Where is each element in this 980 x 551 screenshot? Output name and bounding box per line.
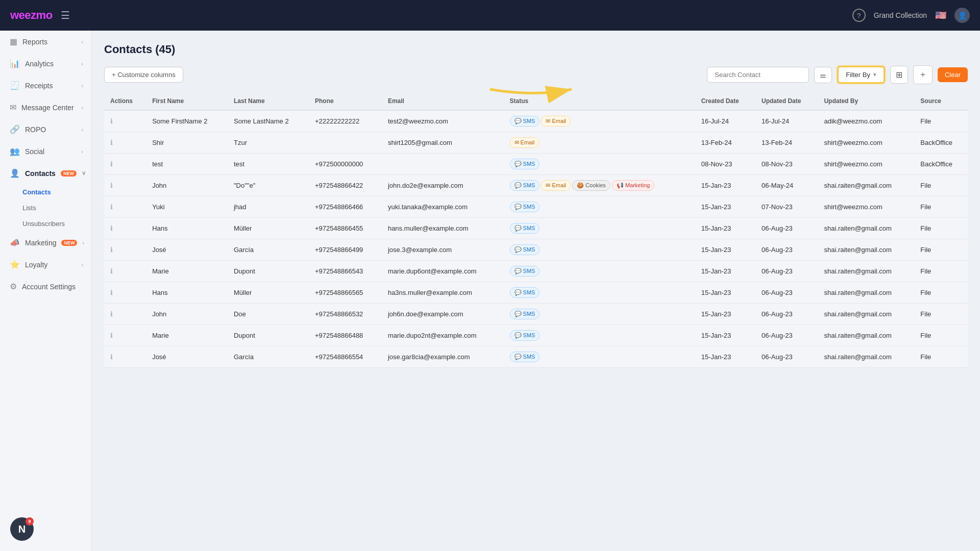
cell-email [382,154,504,175]
cell-source: File [914,261,968,282]
cell-status: 💬 SMS [504,154,695,175]
cell-email: yuki.tanaka@example.com [382,196,504,218]
sidebar-sub-lists[interactable]: Lists [22,200,91,216]
table-row: ℹMarieDupont+972548866488marie.dupo2nt@e… [104,325,968,346]
status-badge-sms: 💬 SMS [510,180,540,191]
search-contact-input[interactable] [707,67,809,83]
filter-lines-icon: ⚌ [820,71,826,79]
info-icon[interactable]: ℹ [110,117,113,125]
cell-source: File [914,196,968,218]
sidebar-item-message-center[interactable]: ✉ Message Center › [0,96,91,118]
cell-updated-by: shai.raiten@gmail.com [818,261,914,282]
cell-actions: ℹ [104,218,146,239]
sidebar-item-receipts[interactable]: 🧾 Receipts › [0,74,91,96]
info-icon[interactable]: ℹ [110,267,113,275]
cell-email: shirt1205@gmail.com [382,132,504,154]
col-updated-date: Updated Date [755,92,818,110]
contacts-submenu: Contacts Lists Unsubscribers [0,184,91,232]
clear-button[interactable]: Clear [938,67,968,82]
cell-actions: ℹ [104,196,146,218]
col-phone: Phone [309,92,382,110]
cell-phone: +972548866466 [309,196,382,218]
info-icon[interactable]: ℹ [110,289,113,296]
cell-updated: 06-Aug-23 [755,325,818,346]
cell-source: File [914,218,968,239]
cell-last-name: jhad [228,196,309,218]
cell-first-name: Yuki [146,196,228,218]
sidebar-label-account-settings: Account Settings [22,283,76,291]
sidebar-label-ropo: ROPO [25,126,46,134]
info-icon[interactable]: ℹ [110,182,113,189]
info-icon[interactable]: ℹ [110,224,113,232]
table-row: ℹJoséGarcía+972548866554jose.gar8cia@exa… [104,346,968,368]
col-source: Source [914,92,968,110]
info-icon[interactable]: ℹ [110,139,113,146]
hamburger-button[interactable]: ☰ [61,9,70,21]
info-icon[interactable]: ℹ [110,203,113,211]
cell-last-name: Müller [228,218,309,239]
status-badge-sms: 💬 SMS [510,309,540,319]
filter-icon-button[interactable]: ⚌ [814,67,832,83]
cell-actions: ℹ [104,175,146,196]
table-row: ℹMarieDupont+972548866543marie.dup6ont@e… [104,261,968,282]
sidebar-label-receipts: Receipts [25,82,53,90]
info-icon[interactable]: ℹ [110,160,113,168]
sidebar-label-contacts: Contacts [25,169,56,178]
cell-phone: +22222222222 [309,110,382,132]
cell-created: 15-Jan-23 [695,196,755,218]
receipts-icon: 🧾 [10,81,20,90]
info-icon[interactable]: ℹ [110,332,113,339]
social-chevron: › [81,148,83,155]
info-icon[interactable]: ℹ [110,310,113,318]
cell-source: File [914,175,968,196]
marketing-chevron: › [82,240,84,246]
help-button[interactable]: ? [852,9,866,22]
social-icon: 👥 [10,146,20,156]
ropo-icon: 🔗 [10,124,20,134]
sidebar-label-social: Social [25,147,44,156]
cell-phone: +972548866543 [309,261,382,282]
cell-status: 💬 SMS [504,218,695,239]
info-icon[interactable]: ℹ [110,353,113,361]
cell-created: 15-Jan-23 [695,346,755,368]
filter-by-chevron-icon: ▾ [873,71,876,78]
info-icon[interactable]: ℹ [110,246,113,254]
cell-email: marie.dup6ont@example.com [382,261,504,282]
notification-widget[interactable]: N 9 [10,517,34,541]
add-contact-button[interactable]: ＋ [913,65,933,84]
sidebar-item-analytics[interactable]: 📊 Analytics › [0,53,91,74]
cell-first-name: Marie [146,325,228,346]
status-badge-sms: 💬 SMS [510,330,540,341]
cell-updated: 06-Aug-23 [755,282,818,304]
cell-updated: 06-Aug-23 [755,346,818,368]
filter-by-button[interactable]: Filter By ▾ [837,66,885,84]
user-avatar[interactable]: 👤 [954,8,970,23]
cell-email: joh6n.doe@example.com [382,304,504,325]
sidebar-item-contacts[interactable]: 👤 Contacts NEW ∨ [0,162,91,184]
sidebar-item-social[interactable]: 👥 Social › [0,140,91,162]
customize-columns-button[interactable]: + Customize columns [104,67,183,83]
cell-phone: +972548866488 [309,325,382,346]
customize-columns-label: + Customize columns [112,71,176,79]
col-status: Status [504,92,695,110]
status-badge-email: ✉ Email [510,137,540,148]
cell-last-name: "Do""e" [228,175,309,196]
cell-created: 08-Nov-23 [695,154,755,175]
sidebar-item-account-settings[interactable]: ⚙ Account Settings [0,276,91,297]
sidebar-item-loyalty[interactable]: ⭐ Loyalty › [0,254,91,276]
sidebar-sub-contacts[interactable]: Contacts [22,184,91,200]
cell-updated: 06-Aug-23 [755,261,818,282]
cell-source: File [914,110,968,132]
cell-source: BackOffice [914,154,968,175]
analytics-icon: 📊 [10,59,20,68]
cell-updated: 13-Feb-24 [755,132,818,154]
sidebar-item-ropo[interactable]: 🔗 ROPO › [0,118,91,140]
sidebar-item-marketing[interactable]: 📣 Marketing NEW › [0,232,91,254]
cell-first-name: Some FirstName 2 [146,110,228,132]
cell-phone [309,132,382,154]
sidebar-sub-unsubscribers[interactable]: Unsubscribers [22,216,91,232]
cell-created: 15-Jan-23 [695,282,755,304]
sidebar-item-reports[interactable]: ▦ Reports › [0,31,91,53]
notif-letter: N [18,523,26,535]
columns-manage-button[interactable]: ⊞ [890,66,908,84]
